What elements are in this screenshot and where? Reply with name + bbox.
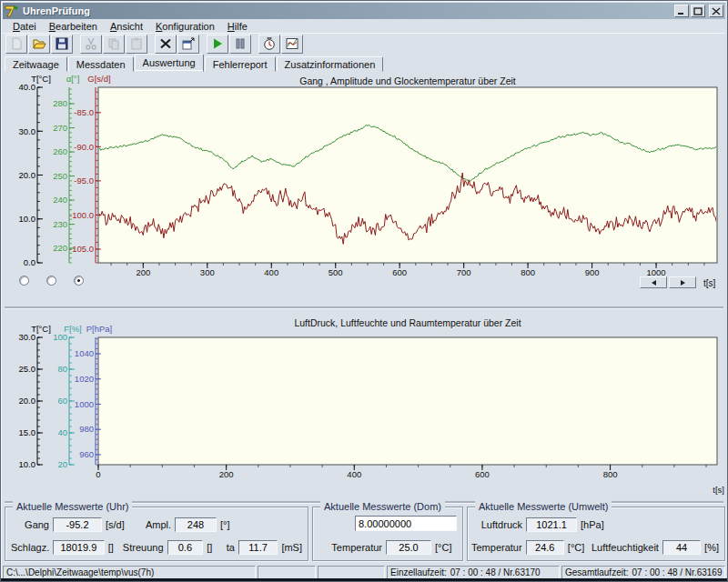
start-button[interactable] [207,35,228,54]
svg-text:20.0: 20.0 [19,170,36,180]
new-icon [9,36,24,51]
properties-icon [181,36,196,51]
umwelt-temperatur-label: Temperatur [471,542,522,553]
save-icon [55,36,69,51]
dom-temperatur-label: Temperatur [329,542,382,553]
separator [5,306,723,308]
svg-text:900: 900 [585,267,600,277]
maximize-button[interactable] [691,5,705,17]
tab-auswertung[interactable]: Auswertung [135,54,204,72]
status-einzellaufzeit: Einzellaufzeit:07 : 00 : 48 / Nr.63170 [387,566,560,579]
chart-icon [285,36,299,51]
gang-label: Gang [18,519,49,530]
svg-text:230: 230 [53,219,67,229]
paste-button [126,35,147,54]
ampl-label: Ampl. [138,519,171,530]
svg-text:Gang , Amplitude und Glockente: Gang , Amplitude und Glockentemperatur ü… [299,75,516,86]
panel-dom-title: Aktuelle Messwerte (Dom) [320,501,445,512]
svg-text:1000: 1000 [75,399,94,409]
svg-text:30.0: 30.0 [19,332,36,342]
status-empty-2 [318,566,385,579]
timer-button[interactable] [258,35,280,54]
svg-text:25.0: 25.0 [19,364,36,374]
luftfeuchtigkeit-unit: [%] [704,542,719,553]
svg-text:30.0: 30.0 [19,126,36,136]
tab-zeitwaage[interactable]: Zeitwaage [5,56,67,72]
svg-text:-90.0: -90.0 [74,142,94,152]
svg-text:240: 240 [53,195,67,205]
delete-button[interactable] [155,35,177,54]
umwelt-temperatur-unit: [°C] [568,542,586,553]
tab-messdaten[interactable]: Messdaten [68,56,134,72]
menu-konfiguration[interactable]: Konfiguration [149,20,221,33]
menu-bearbeiten[interactable]: Bearbeiten [43,20,104,33]
svg-text:20: 20 [57,459,67,469]
paste-icon [129,36,144,51]
chart-button[interactable] [281,35,303,54]
svg-text:-100.0: -100.0 [69,210,94,220]
menu-hilfe[interactable]: Hilfe [221,20,254,33]
luftfeuchtigkeit-label: Luftfeuchtigkeit [592,542,659,553]
svg-text:600: 600 [392,267,407,277]
schlagz-unit: [] [108,542,116,553]
tab-zusatzinformationen[interactable]: Zusatzinformationen [277,56,384,72]
svg-text:-85.0: -85.0 [74,107,94,117]
svg-text:270: 270 [53,123,67,133]
svg-text:1020: 1020 [75,374,94,384]
menu-ansicht[interactable]: Ansicht [104,20,149,33]
y-axis-radio-1[interactable] [19,276,29,286]
svg-text:980: 980 [79,424,94,434]
copy-button [103,35,125,54]
svg-text:500: 500 [329,267,343,277]
arrow-left-icon [652,280,656,286]
svg-text:280: 280 [53,98,67,108]
svg-text:1040: 1040 [75,348,94,358]
minimize-button[interactable] [674,5,689,17]
ta-label: ta [221,542,235,553]
streuung-value: 0.6 [167,540,204,555]
luftfeuchtigkeit-value: 44 [662,540,701,555]
minimize-icon [677,7,686,15]
svg-text:260: 260 [53,146,67,156]
scroll-right-button[interactable] [669,276,696,288]
ampl-value: 248 [175,517,217,532]
app-icon [5,5,19,17]
svg-text:-105.0: -105.0 [69,244,94,254]
ta-unit: [mS] [281,542,302,553]
scroll-left-button[interactable] [640,276,667,288]
tab-fehlerreport[interactable]: Fehlerreport [205,56,276,72]
pause-button[interactable] [229,35,251,54]
environment-chart: LuftDruck, Luftfeuchte und Raumtemperatu… [1,315,728,499]
svg-text:0: 0 [96,469,100,479]
svg-text:220: 220 [53,243,67,253]
pause-icon [233,36,248,51]
dom-temperatur-unit: [°C] [435,542,451,553]
y-axis-radio-3[interactable] [74,276,84,286]
streuung-unit: [] [207,542,215,553]
open-button[interactable] [28,35,50,54]
svg-text:600: 600 [475,469,490,479]
dom-value-input[interactable] [355,516,457,531]
panel-uhr: Aktuelle Messwerte (Uhr) Gang -95.2 [s/d… [5,507,308,561]
properties-button[interactable] [177,35,199,54]
schlagz-value: 18019.9 [53,540,105,555]
svg-text:200: 200 [219,469,234,479]
time-unit-label: t[s] [703,278,715,288]
panel-umwelt-title: Aktuelle Messwerte (Umwelt) [475,501,612,512]
gang-unit: [s/d] [106,519,133,530]
panel-dom: Aktuelle Messwerte (Dom) Temperatur 25.0… [312,507,463,561]
svg-text:G[s/d]: G[s/d] [87,74,110,84]
title-bar: UhrenPrüfung [3,3,725,19]
panel-umwelt: Aktuelle Messwerte (Umwelt) Luftdruck 10… [467,507,725,561]
svg-text:-95.0: -95.0 [74,176,94,186]
luftdruck-unit: [hPa] [581,519,604,530]
gang-amplitude-temperature-chart: Gang , Amplitude und Glockentemperatur ü… [1,74,728,304]
save-button[interactable] [51,35,73,54]
status-empty-1 [258,566,316,579]
close-button[interactable] [709,5,723,17]
menu-datei[interactable]: Datei [6,20,43,33]
luftdruck-label: Luftdruck [477,519,522,530]
svg-text:800: 800 [521,267,535,277]
delete-icon [158,36,173,51]
y-axis-radio-2[interactable] [46,276,56,286]
